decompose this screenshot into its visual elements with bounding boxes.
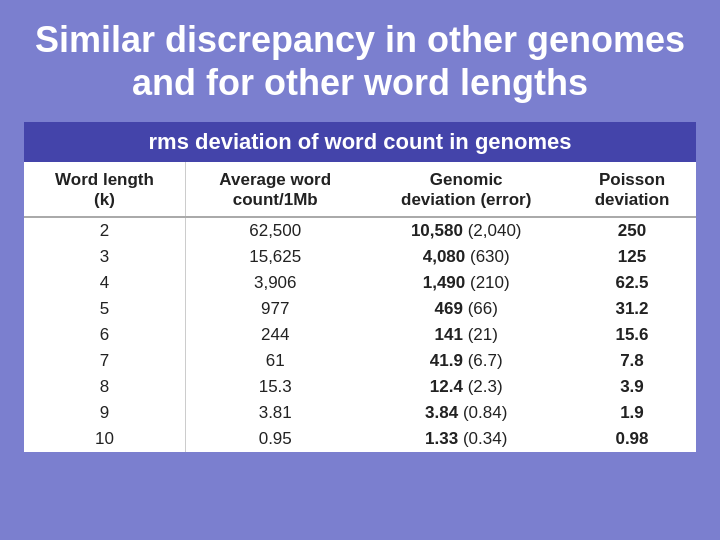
- cell-avg: 244: [185, 322, 364, 348]
- subtitle: rms deviation of word count in genomes: [24, 122, 696, 162]
- cell-k: 6: [24, 322, 185, 348]
- cell-genomic: 141 (21): [364, 322, 567, 348]
- table-row: 76141.9 (6.7)7.8: [24, 348, 696, 374]
- col-header-poisson: Poissondeviation: [568, 162, 696, 217]
- table-row: 6244141 (21)15.6: [24, 322, 696, 348]
- cell-poisson: 7.8: [568, 348, 696, 374]
- cell-poisson: 0.98: [568, 426, 696, 452]
- cell-k: 2: [24, 217, 185, 244]
- cell-k: 4: [24, 270, 185, 296]
- table-row: 262,50010,580 (2,040)250: [24, 217, 696, 244]
- slide-title: Similar discrepancy in other genomes and…: [35, 18, 685, 104]
- cell-avg: 15.3: [185, 374, 364, 400]
- table-row: 43,9061,490 (210)62.5: [24, 270, 696, 296]
- cell-genomic: 1.33 (0.34): [364, 426, 567, 452]
- cell-avg: 3.81: [185, 400, 364, 426]
- table-row: 815.312.4 (2.3)3.9: [24, 374, 696, 400]
- col-header-wordlength: Word length(k): [24, 162, 185, 217]
- cell-k: 5: [24, 296, 185, 322]
- cell-k: 8: [24, 374, 185, 400]
- table-header-row: Word length(k) Average wordcount/1Mb Gen…: [24, 162, 696, 217]
- table-row: 93.813.84 (0.84)1.9: [24, 400, 696, 426]
- cell-avg: 3,906: [185, 270, 364, 296]
- cell-avg: 61: [185, 348, 364, 374]
- title-line1: Similar discrepancy in other genomes: [35, 19, 685, 60]
- cell-genomic: 41.9 (6.7): [364, 348, 567, 374]
- table-row: 5977469 (66)31.2: [24, 296, 696, 322]
- cell-genomic: 3.84 (0.84): [364, 400, 567, 426]
- cell-k: 9: [24, 400, 185, 426]
- cell-poisson: 1.9: [568, 400, 696, 426]
- cell-avg: 0.95: [185, 426, 364, 452]
- cell-avg: 977: [185, 296, 364, 322]
- cell-avg: 62,500: [185, 217, 364, 244]
- col-header-avgcount: Average wordcount/1Mb: [185, 162, 364, 217]
- cell-poisson: 125: [568, 244, 696, 270]
- cell-k: 10: [24, 426, 185, 452]
- cell-poisson: 62.5: [568, 270, 696, 296]
- cell-genomic: 469 (66): [364, 296, 567, 322]
- slide: Similar discrepancy in other genomes and…: [0, 0, 720, 540]
- cell-k: 7: [24, 348, 185, 374]
- table-row: 100.951.33 (0.34)0.98: [24, 426, 696, 452]
- table-wrapper: rms deviation of word count in genomes W…: [24, 122, 696, 452]
- title-line2: and for other word lengths: [132, 62, 588, 103]
- cell-poisson: 250: [568, 217, 696, 244]
- cell-genomic: 1,490 (210): [364, 270, 567, 296]
- cell-avg: 15,625: [185, 244, 364, 270]
- col-header-genomic: Genomicdeviation (error): [364, 162, 567, 217]
- cell-genomic: 4,080 (630): [364, 244, 567, 270]
- data-table: Word length(k) Average wordcount/1Mb Gen…: [24, 162, 696, 452]
- cell-poisson: 15.6: [568, 322, 696, 348]
- cell-genomic: 10,580 (2,040): [364, 217, 567, 244]
- cell-k: 3: [24, 244, 185, 270]
- cell-genomic: 12.4 (2.3): [364, 374, 567, 400]
- table-row: 315,6254,080 (630)125: [24, 244, 696, 270]
- cell-poisson: 31.2: [568, 296, 696, 322]
- cell-poisson: 3.9: [568, 374, 696, 400]
